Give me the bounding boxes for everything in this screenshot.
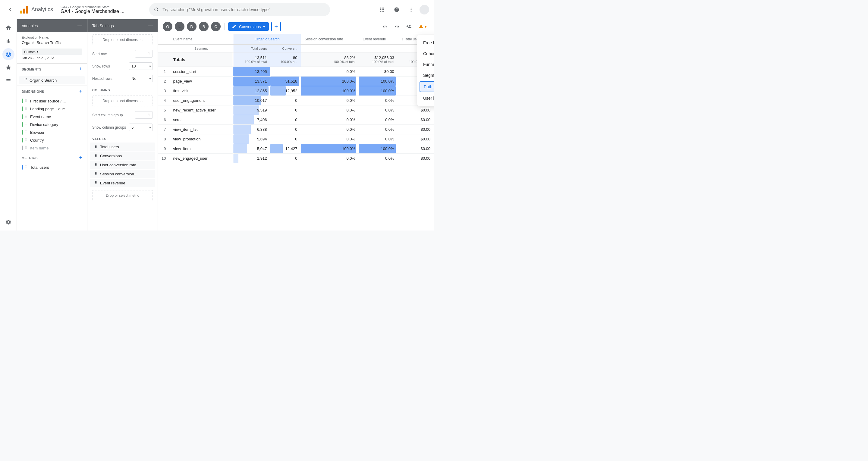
row-session-conv-rate: 0.0%	[359, 134, 398, 144]
help-button[interactable]	[391, 4, 403, 16]
variables-panel: Variables — Exploration Name: Organic Se…	[17, 19, 87, 230]
top-nav: Analytics GA4 - Google Merchandise Store…	[0, 0, 434, 19]
value-label-2: User conversion rate	[100, 163, 136, 167]
table-row: 1 session_start 13,405 0.0% $0.00 13,4..…	[158, 67, 434, 76]
dimensions-title: DIMENSIONS	[22, 90, 44, 93]
row-conversions: 51,518	[270, 76, 301, 86]
nested-rows-select[interactable]: NoYes	[129, 75, 153, 82]
table-area[interactable]: Event name Organic Search Session conver…	[158, 34, 434, 230]
segment-c-button[interactable]: C	[211, 22, 221, 31]
toolbar: O L D B C Conversions ▾	[158, 19, 434, 34]
th-num	[158, 34, 169, 44]
totals-event-revenue: $12,056.03 100.0% of total	[359, 53, 398, 67]
explore-icon-button[interactable]	[2, 48, 14, 60]
grid-button[interactable]	[376, 4, 388, 16]
metric-drop-zone[interactable]: Drop or select metric	[92, 190, 153, 201]
svg-rect-7	[380, 9, 381, 10]
add-metric-button[interactable]: +	[79, 155, 82, 161]
search-bar[interactable]	[149, 3, 330, 16]
row-conv-rate: 100.0%	[301, 144, 359, 154]
segment-d-button[interactable]: D	[187, 22, 196, 31]
start-row-label: Start row	[92, 52, 107, 56]
reports-icon-button[interactable]	[2, 35, 14, 47]
variables-minimize-button[interactable]: —	[78, 23, 82, 28]
row-num: 3	[158, 86, 169, 96]
date-chip[interactable]: Custom ▾	[22, 49, 82, 55]
th-total-users: Total users	[233, 44, 271, 53]
values-list: ⠿ Total users ⠿ Conversions ⠿ User conve…	[87, 142, 158, 188]
dropdown-item-user-lifetime[interactable]: User lifetime	[417, 93, 434, 104]
th-segment: Segment	[169, 44, 233, 53]
row-session-conv-rate: 100.0%	[359, 86, 398, 96]
dropdown-item-funnel[interactable]: Funnel exploration	[417, 59, 434, 70]
row-sessioncr: 100.0%	[359, 76, 398, 86]
drag-handle-icon: ⠿	[95, 172, 98, 176]
metric-dropdown-icon: ▾	[263, 24, 265, 29]
add-segment-button[interactable]: +	[79, 66, 82, 72]
columns-section-title: COLUMNS	[87, 85, 158, 93]
segment-b-button[interactable]: B	[199, 22, 209, 31]
start-row-input[interactable]	[135, 50, 153, 58]
show-columns-wrapper: 510 ▾	[129, 124, 153, 131]
show-rows-select[interactable]: 102550	[129, 62, 153, 70]
row-conversions: 0	[270, 134, 301, 144]
segment-l-button[interactable]: L	[175, 22, 184, 31]
tab-settings-minimize-button[interactable]: —	[148, 23, 153, 28]
table-row: 8 view_promotion 5,694 0 0.0% 0.0% $0.00	[158, 134, 434, 144]
exploration-name-label: Exploration Name:	[22, 36, 82, 39]
row-conv-rate: 0.0%	[301, 105, 359, 115]
configure-icon-button[interactable]	[2, 75, 14, 87]
chevron-down-icon: ▾	[37, 50, 38, 54]
row-event-revenue: $0.00	[398, 154, 434, 163]
plus-icon: +	[274, 24, 278, 30]
add-user-button[interactable]	[404, 22, 414, 31]
undo-button[interactable]	[380, 22, 390, 31]
dim-label-3: Device category	[30, 122, 58, 127]
more-button[interactable]	[405, 4, 417, 16]
row-total-users: 12,865	[233, 86, 271, 96]
nested-rows-setting: Nested rows NoYes ▾	[87, 72, 158, 85]
metric-selector-button[interactable]: Conversions ▾	[228, 22, 269, 31]
warning-button[interactable]: ▾	[416, 23, 429, 30]
totals-session-conv-rate: 88.2% 100.0% of total	[301, 53, 359, 67]
avatar[interactable]	[420, 5, 429, 14]
values-section-title: VALUES	[87, 133, 158, 142]
dropdown-item-segment-overlap[interactable]: Segment overlap	[417, 70, 434, 81]
settings-icon-button[interactable]	[2, 216, 14, 228]
segment-o-button[interactable]: O	[163, 22, 173, 31]
dim-item-0: ⠿ First user source / ...	[17, 97, 87, 105]
search-input[interactable]	[162, 7, 325, 12]
row-total-users: 13,405	[233, 67, 271, 76]
start-column-label: Start column group	[92, 113, 123, 117]
svg-rect-2	[26, 6, 28, 13]
add-comparison-button[interactable]: +	[271, 22, 281, 31]
dim-label-2: Event name	[30, 115, 51, 119]
dim-label-6: Item name	[30, 146, 49, 150]
row-conversions: 0	[270, 105, 301, 115]
drag-handle-icon: ⠿	[95, 181, 98, 185]
dropdown-item-free-form[interactable]: Free form	[417, 37, 434, 48]
drag-handle-icon: ⠿	[25, 107, 28, 111]
table-row: 4 user_engagement 10,017 0 0.0% 0.0% $0.…	[158, 96, 434, 105]
dim-label-4: Browser	[30, 130, 44, 135]
dropdown-item-cohort[interactable]: Cohort exploration	[417, 48, 434, 59]
show-columns-select[interactable]: 510	[129, 124, 153, 131]
row-total-users: 1,912	[233, 154, 271, 163]
home-icon-button[interactable]	[2, 22, 14, 34]
rows-drop-zone[interactable]: Drop or select dimension	[92, 34, 153, 45]
row-event-revenue: $0.00	[398, 134, 434, 144]
table-row: 3 first_visit 12,865 12,952	[158, 86, 434, 96]
value-label-3: Session conversion...	[100, 172, 137, 176]
row-conversions	[270, 67, 301, 76]
back-button[interactable]	[5, 4, 16, 15]
advertising-icon-button[interactable]	[2, 61, 14, 73]
add-dimension-button[interactable]: +	[79, 88, 82, 95]
segment-b-label: B	[203, 24, 205, 29]
exploration-name-value: Organic Search Traffic	[22, 40, 82, 45]
value-item-0: ⠿ Total users	[90, 143, 155, 151]
row-num: 1	[158, 67, 169, 76]
start-column-input[interactable]	[135, 111, 153, 119]
columns-drop-zone[interactable]: Drop or select dimension	[92, 95, 153, 106]
redo-button[interactable]	[392, 22, 402, 31]
dropdown-item-path-exploration[interactable]: Path exploration	[420, 81, 434, 92]
